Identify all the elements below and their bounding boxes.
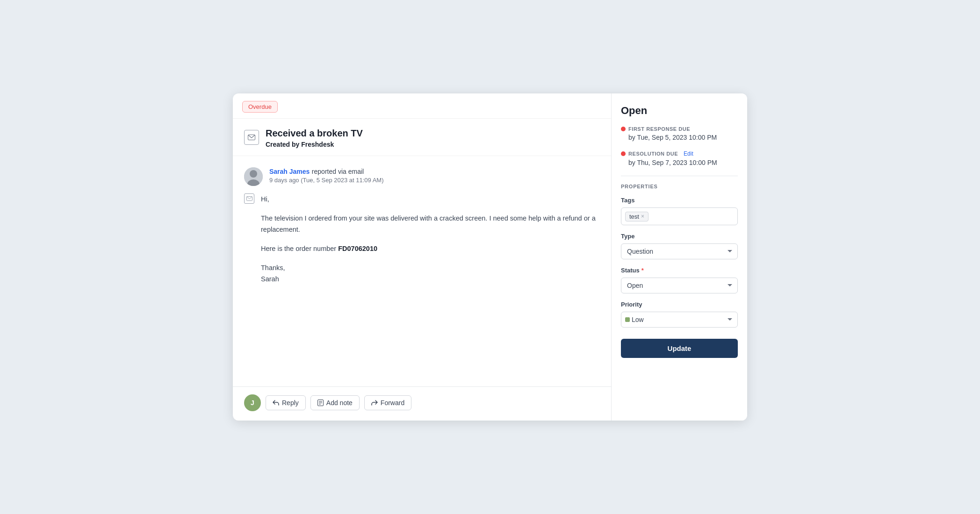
message-closing: Thanks, Sarah xyxy=(261,262,600,285)
message-body-2-prefix: Here is the order number xyxy=(261,245,338,252)
tags-field-group: Tags test × xyxy=(621,197,738,225)
properties-label: PROPERTIES xyxy=(621,184,738,189)
status-title: Open xyxy=(621,105,738,117)
ticket-header: Received a broken TV Created by Freshdes… xyxy=(233,119,611,156)
priority-field-group: Priority Low Medium High Urgent xyxy=(621,301,738,328)
email-icon-box xyxy=(244,130,259,145)
status-required-star: * xyxy=(641,267,644,274)
svg-point-2 xyxy=(250,170,257,178)
reply-icon xyxy=(273,400,279,406)
message-body-2: Here is the order number FD07062010 xyxy=(261,243,600,255)
message-icon-row: Hi, The television I ordered from your s… xyxy=(244,193,600,285)
action-bar: J Reply Add note xyxy=(233,386,611,421)
tag-item: test × xyxy=(625,212,649,221)
status-label: Status * xyxy=(621,267,738,274)
type-select[interactable]: Question Incident Problem Feature Reques… xyxy=(621,243,738,259)
tag-name: test xyxy=(629,213,639,220)
ticket-title: Received a broken TV xyxy=(266,128,363,139)
overdue-badge: Overdue xyxy=(242,101,278,113)
properties-divider xyxy=(621,176,738,176)
ticket-container: Overdue Received a broken TV Created by … xyxy=(233,93,747,421)
conversation-header: Sarah James reported via email 9 days ag… xyxy=(244,167,600,186)
right-panel: Open FIRST RESPONSE DUE by Tue, Sep 5, 2… xyxy=(612,93,747,421)
message-text: Hi, The television I ordered from your s… xyxy=(261,193,600,285)
first-response-date: by Tue, Sep 5, 2023 10:00 PM xyxy=(621,134,738,141)
sender-via: reported via email xyxy=(312,168,364,175)
conversation-area: Sarah James reported via email 9 days ag… xyxy=(233,156,611,386)
resolution-edit-link[interactable]: Edit xyxy=(684,150,693,157)
tags-container[interactable]: test × xyxy=(621,207,738,225)
first-response-dot xyxy=(621,127,626,131)
note-icon xyxy=(317,400,324,406)
sender-name: Sarah James xyxy=(269,168,310,175)
type-label: Type xyxy=(621,233,738,240)
message-envelope-icon xyxy=(246,196,252,201)
first-response-due-section: FIRST RESPONSE DUE by Tue, Sep 5, 2023 1… xyxy=(621,126,738,141)
tag-remove-button[interactable]: × xyxy=(641,214,644,219)
status-field-group: Status * Open Pending Resolved Closed xyxy=(621,267,738,293)
sender-info: Sarah James reported via email 9 days ag… xyxy=(269,167,384,184)
avatar xyxy=(244,167,263,186)
message-greeting: Hi, xyxy=(261,193,600,205)
resolution-label-row: RESOLUTION DUE Edit xyxy=(621,150,738,157)
priority-select[interactable]: Low Medium High Urgent xyxy=(621,312,738,328)
first-response-label-row: FIRST RESPONSE DUE xyxy=(621,126,738,132)
resolution-due-section: RESOLUTION DUE Edit by Thu, Sep 7, 2023 … xyxy=(621,150,738,166)
ticket-title-area: Received a broken TV Created by Freshdes… xyxy=(266,128,363,148)
overdue-bar: Overdue xyxy=(233,93,611,119)
left-panel: Overdue Received a broken TV Created by … xyxy=(233,93,612,421)
forward-button[interactable]: Forward xyxy=(364,395,411,410)
resolution-date: by Thu, Sep 7, 2023 10:00 PM xyxy=(621,159,738,166)
sender-line: Sarah James reported via email xyxy=(269,167,384,176)
first-response-label: FIRST RESPONSE DUE xyxy=(628,126,690,132)
reply-label: Reply xyxy=(282,399,299,407)
add-note-button[interactable]: Add note xyxy=(310,395,360,410)
resolution-dot xyxy=(621,151,626,156)
created-by-value: Freshdesk xyxy=(301,141,334,148)
resolution-label: RESOLUTION DUE xyxy=(628,151,678,157)
forward-label: Forward xyxy=(381,399,404,407)
add-note-label: Add note xyxy=(326,399,353,407)
priority-label: Priority xyxy=(621,301,738,308)
sender-time: 9 days ago (Tue, 5 Sep 2023 at 11:09 AM) xyxy=(269,177,384,184)
created-by-prefix: Created by xyxy=(266,141,299,148)
ticket-created: Created by Freshdesk xyxy=(266,141,363,148)
update-button[interactable]: Update xyxy=(621,339,738,358)
type-field-group: Type Question Incident Problem Feature R… xyxy=(621,233,738,259)
order-number: FD07062010 xyxy=(338,245,377,252)
tags-label: Tags xyxy=(621,197,738,204)
reply-button[interactable]: Reply xyxy=(266,395,306,410)
message-email-icon xyxy=(244,193,254,204)
envelope-icon xyxy=(248,135,255,140)
message-body-1: The television I ordered from your site … xyxy=(261,213,600,236)
user-avatar-small: J xyxy=(244,394,261,411)
status-select[interactable]: Open Pending Resolved Closed xyxy=(621,278,738,293)
forward-icon xyxy=(371,400,378,406)
